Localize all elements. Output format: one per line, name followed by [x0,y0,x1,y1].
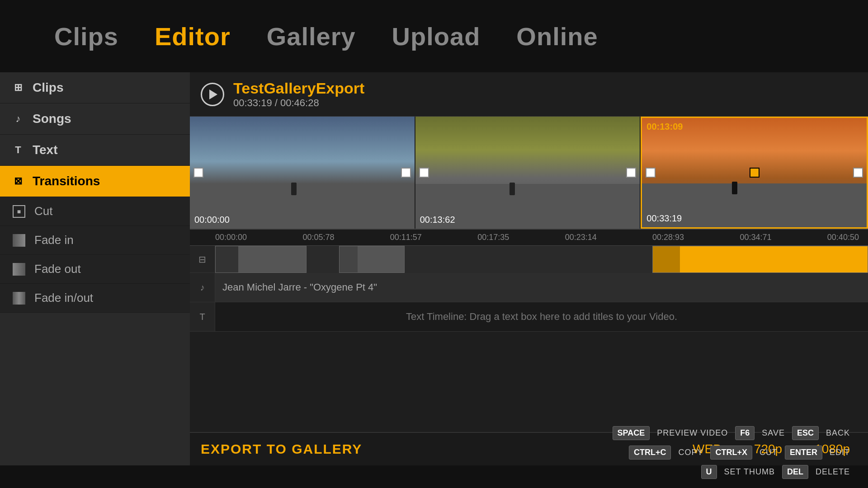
top-nav: Clips Editor Gallery Upload Online [0,0,868,72]
kbd-label-preview: PREVIEW VIDEO [657,428,728,438]
music-track: ♪ Jean Michel Jarre - "Oxygene Pt 4" [190,273,868,302]
kbd-ctrl-x: CTRL+X [710,446,752,460]
shortcut-row-2: CTRL+C COPY CTRL+X CUT ENTER EDIT [629,446,850,460]
timeline-clip-2[interactable] [339,246,404,273]
sidebar-item-songs[interactable]: ♪ Songs [0,103,190,135]
clip-time-bottom-1: 00:00:00 [194,215,230,225]
ruler-mark-6: 00:34:71 [740,233,771,242]
sidebar-item-transitions[interactable]: ⊠ Transitions [0,166,190,197]
text-icon: T [11,143,25,157]
fade-inout-icon [13,292,25,305]
ruler-mark-7: 00:40:50 [827,233,859,242]
video-track-icon: ⊟ [190,246,215,272]
clip-time-bottom-2: 00:13:62 [420,215,455,225]
video-track-content[interactable] [215,246,868,273]
video-time: 00:33:19 / 00:46:28 [233,97,364,109]
clip-handle-right-2[interactable] [626,168,636,178]
text-track-content[interactable]: Text Timeline: Drag a text box here to a… [215,302,868,331]
kbd-label-edit: EDIT [830,448,850,457]
transition-cut[interactable]: ■ Cut [0,197,190,226]
kbd-del: DEL [782,465,808,479]
clip-handle-left-2[interactable] [419,168,429,178]
kbd-label-set-thumb: SET THUMB [724,467,775,477]
kbd-label-delete: DELETE [816,467,850,477]
shortcuts-panel: SPACE PREVIEW VIDEO F6 SAVE ESC BACK CTR… [613,426,850,479]
kbd-label-back: BACK [826,428,850,438]
play-button[interactable] [201,83,224,106]
export-button[interactable]: EXPORT TO GALLERY [201,441,362,457]
clip-preview-2[interactable]: 00:13:62 [415,117,640,229]
music-track-icon: ♪ [190,273,215,302]
transitions-icon: ⊠ [11,174,25,188]
nav-online[interactable]: Online [516,22,598,51]
cut-icon: ■ [13,205,25,218]
fade-in-icon [13,234,25,247]
transitions-submenu: ■ Cut Fade in Fade out Fade in/out [0,197,190,313]
kbd-label-save: SAVE [762,428,785,438]
shortcut-row-1: SPACE PREVIEW VIDEO F6 SAVE ESC BACK [613,426,850,440]
video-track: ⊟ [190,246,868,273]
kbd-space: SPACE [613,426,650,440]
music-label: Jean Michel Jarre - "Oxygene Pt 4" [222,282,377,293]
ruler-mark-4: 00:23:14 [565,233,597,242]
kbd-label-cut: CUT [760,448,778,457]
timeline-clip-1[interactable] [215,246,307,273]
kbd-label-copy: COPY [678,448,703,457]
ruler-mark-2: 00:11:57 [390,233,422,242]
kbd-enter: ENTER [785,446,822,460]
kbd-ctrl-c: CTRL+C [629,446,671,460]
clip-handle-right-1[interactable] [401,168,411,178]
timeline-ruler: 00:00:00 00:05:78 00:11:57 00:17:35 00:2… [190,230,868,246]
clip-preview-1[interactable]: 00:00:00 [190,117,415,229]
clip-time-bottom-3: 00:33:19 [646,213,682,224]
music-track-content: Jean Michel Jarre - "Oxygene Pt 4" [215,273,868,302]
video-info: TestGalleryExport 00:33:19 / 00:46:28 [233,80,364,109]
transition-fade-out[interactable]: Fade out [0,255,190,284]
transition-fade-inout[interactable]: Fade in/out [0,284,190,313]
sidebar-item-text[interactable]: T Text [0,135,190,166]
clip-handle-right-3[interactable] [853,168,863,178]
sidebar-item-clips[interactable]: ⊞ Clips [0,72,190,103]
content-area: TestGalleryExport 00:33:19 / 00:46:28 00… [190,72,868,465]
text-timeline-hint: Text Timeline: Drag a text box here to a… [406,311,677,323]
clips-icon: ⊞ [11,80,25,95]
clip-handle-center-3[interactable] [750,168,760,178]
fade-out-icon [13,263,25,276]
kbd-u: U [701,465,717,479]
clip-previews: 00:00:00 00:13:62 00:13:09 00:33:19 [190,117,868,230]
ruler-mark-0: 00:00:00 [215,233,247,242]
clip-preview-3[interactable]: 00:13:09 00:33:19 [641,117,868,229]
clip-handle-left-1[interactable] [193,168,203,178]
timeline-section: 00:00:00 00:05:78 00:11:57 00:17:35 00:2… [190,230,868,432]
timeline-clip-3-active[interactable] [652,246,868,273]
nav-upload[interactable]: Upload [392,22,481,51]
ruler-mark-5: 00:28:93 [652,233,684,242]
video-title: TestGalleryExport [233,80,364,97]
kbd-esc: ESC [792,426,819,440]
main-layout: ⊞ Clips ♪ Songs T Text ⊠ Transitions ■ C… [0,72,868,465]
sidebar: ⊞ Clips ♪ Songs T Text ⊠ Transitions ■ C… [0,72,190,465]
shortcut-row-3: U SET THUMB DEL DELETE [701,465,850,479]
text-track: T Text Timeline: Drag a text box here to… [190,302,868,332]
kbd-f6: F6 [735,426,755,440]
text-track-icon: T [190,302,215,331]
clip-handle-left-3[interactable] [646,168,656,178]
clip-time-top-3: 00:13:09 [646,122,683,132]
transition-fade-in[interactable]: Fade in [0,226,190,255]
ruler-mark-1: 00:05:78 [302,233,334,242]
nav-editor[interactable]: Editor [155,22,231,51]
ruler-mark-3: 00:17:35 [477,233,509,242]
nav-clips[interactable]: Clips [54,22,118,51]
nav-gallery[interactable]: Gallery [267,22,356,51]
songs-icon: ♪ [11,112,25,126]
video-header: TestGalleryExport 00:33:19 / 00:46:28 [190,72,868,117]
